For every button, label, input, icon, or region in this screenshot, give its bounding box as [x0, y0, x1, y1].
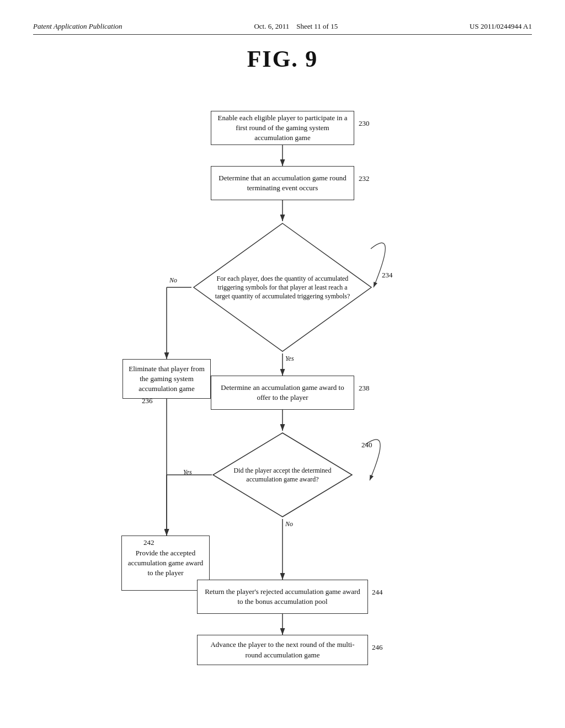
- node-232: Determine that an accumulation game roun…: [211, 166, 354, 200]
- sheet-label: Sheet 11 of 15: [296, 22, 338, 30]
- ref-244: 244: [372, 588, 383, 597]
- node-230: Enable each eligible player to participa…: [211, 111, 354, 145]
- ref-240: 240: [361, 441, 372, 449]
- node-238: Determine an accumulation game award to …: [211, 376, 354, 410]
- header-left: Patent Application Publication: [33, 22, 122, 31]
- node-240-text: Did the player accept the determined acc…: [229, 466, 337, 484]
- node-242: Provide the accepted accumulation game a…: [121, 536, 210, 591]
- label-no-240: No: [285, 520, 293, 528]
- header-date: Oct. 6, 2011 Sheet 11 of 15: [254, 22, 338, 31]
- node-234-text: For each player, does the quantity of ac…: [214, 274, 351, 301]
- node-236: Eliminate that player from the gaming sy…: [122, 359, 211, 399]
- header: Patent Application Publication Oct. 6, 2…: [33, 22, 532, 35]
- ref-238: 238: [359, 384, 370, 393]
- ref-236: 236: [142, 397, 153, 405]
- node-244: Return the player's rejected accumulatio…: [197, 580, 368, 614]
- label-no-234: No: [169, 276, 177, 285]
- node-240: Did the player accept the determined acc…: [211, 431, 354, 519]
- ref-246: 246: [372, 643, 383, 652]
- ref-234: 234: [382, 271, 393, 280]
- label-yes-240: Yes: [183, 468, 192, 477]
- header-right: US 2011/0244944 A1: [470, 22, 532, 31]
- node-246: Advance the player to the next round of …: [197, 635, 368, 665]
- flowchart: Enable each eligible player to participa…: [56, 89, 509, 668]
- figure-title: FIG. 9: [33, 46, 532, 72]
- ref-242: 242: [143, 538, 154, 547]
- page: Patent Application Publication Oct. 6, 2…: [0, 0, 565, 728]
- ref-232: 232: [359, 174, 370, 183]
- label-yes-234: Yes: [285, 355, 294, 363]
- node-234: For each player, does the quantity of ac…: [191, 221, 374, 354]
- ref-230: 230: [359, 119, 370, 128]
